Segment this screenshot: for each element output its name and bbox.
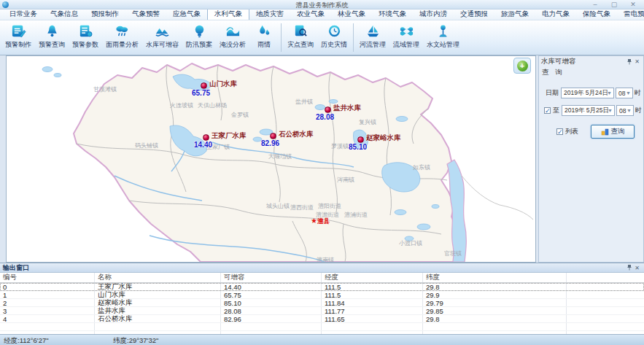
town-label: 金罗镇 <box>231 111 249 119</box>
status-longitude: 经度:112°6'27" <box>4 336 49 345</box>
toolbar-button-label: 预警查询 <box>39 40 65 50</box>
title-bar: 澧县业务制作系统 – ▢ ✕ <box>0 0 644 9</box>
pin-icon[interactable] <box>625 58 633 66</box>
tab-8[interactable]: 农业气象 <box>290 9 331 20</box>
table-row[interactable]: 4石公桥水库82.96111.6529.8 <box>0 315 644 323</box>
table-cell: 0 <box>0 283 95 290</box>
area-rain-icon <box>114 23 131 39</box>
tab-14[interactable]: 电力气象 <box>535 9 576 20</box>
reservoir-dot-icon <box>203 134 209 141</box>
tab-16[interactable]: 雷电预警 <box>617 9 644 20</box>
reservoir-dot-icon <box>325 106 331 113</box>
tab-7[interactable]: 地质灾害 <box>249 9 290 20</box>
toolbar-separator <box>281 23 282 52</box>
list-checkbox[interactable]: ✓ <box>556 128 563 135</box>
tab-1[interactable]: 日常业务 <box>3 9 44 20</box>
chevron-down-icon: ▼ <box>607 107 613 115</box>
table-cell: 29.8 <box>423 315 567 322</box>
reservoir-name: 赵家峪水库 <box>366 133 401 143</box>
toolbar-button-label: 预警参数 <box>72 40 98 50</box>
to-date-checkbox[interactable]: ✓ <box>544 107 551 114</box>
from-hour-select[interactable]: 08▼ <box>616 88 633 98</box>
town-label: 官垸镇 <box>444 249 462 257</box>
tab-10[interactable]: 环境气象 <box>372 9 413 20</box>
to-date-select[interactable]: 2019年 5月25日▼ <box>562 105 615 116</box>
table-cell <box>0 323 95 330</box>
tab-15[interactable]: 保险气象 <box>576 9 617 20</box>
town-label: 城头山镇 <box>266 202 290 210</box>
toolbar-button-flood-plan[interactable]: 防汛预案 <box>182 21 216 54</box>
column-header[interactable]: 可增容 <box>221 273 322 282</box>
table-cell: 111.77 <box>322 307 423 314</box>
map-view[interactable]: 甘溪滩镇火连坡镇天供山林场金罗镇盐井镇码头铺镇王家厂镇复兴镇梦溪镇大堰垱镇涔南镇… <box>6 55 536 263</box>
tab-13[interactable]: 旅游气象 <box>494 9 535 20</box>
table-row[interactable]: 2赵家峪水库85.10111.8429.79 <box>0 299 644 307</box>
column-header[interactable]: 经度 <box>322 273 423 282</box>
toolbar-button-disaster-history[interactable]: 历史灾情 <box>317 21 351 54</box>
column-header[interactable]: 纬度 <box>423 273 567 282</box>
town-label: 大堰垱镇 <box>268 152 292 160</box>
toolbar-button-label: 预警制作 <box>5 40 31 50</box>
table-row[interactable]: 1山门水库65.75111.529.9 <box>0 291 644 299</box>
window-title: 澧县业务制作系统 <box>0 1 644 10</box>
toolbar-button-label: 历史灾情 <box>321 40 347 50</box>
tab-5[interactable]: 应急气象 <box>166 9 207 20</box>
column-header[interactable]: 编号 <box>0 273 95 282</box>
disaster-history-icon <box>326 23 343 39</box>
disaster-query-icon <box>292 23 309 39</box>
reservoir-capacity-value: 28.08 <box>316 113 334 121</box>
toolbar-button-hydro-station[interactable]: 水文站管理 <box>423 21 463 54</box>
output-close-icon[interactable]: ✕ <box>633 264 641 272</box>
toolbar-button-area-rain[interactable]: 面雨量分析 <box>102 21 142 54</box>
toolbar-button-reservoir-capacity[interactable]: 水库可增容 <box>142 21 182 54</box>
query-button[interactable]: 查询 <box>591 125 635 139</box>
to-hour-select[interactable]: 08▼ <box>616 105 634 116</box>
status-latitude: 纬度:29°37'32" <box>113 336 158 345</box>
town-label: 小渡口镇 <box>399 239 422 247</box>
output-pin-icon[interactable] <box>625 264 633 272</box>
tab-3[interactable]: 预报制作 <box>85 9 125 20</box>
table-cell: 14.40 <box>221 283 322 290</box>
toolbar-button-warn-make[interactable]: 预警制作 <box>1 21 35 54</box>
table-empty-row <box>0 323 644 331</box>
table-cell: 82.96 <box>221 315 322 322</box>
reservoir-name: 山门水库 <box>209 80 237 89</box>
toolbar-button-warn-params[interactable]: 预警参数 <box>69 21 102 54</box>
flood-analysis-icon <box>225 23 241 39</box>
toolbar-button-river-manage[interactable]: 河流管理 <box>356 21 389 54</box>
town-label: 码头铺镇 <box>135 142 158 150</box>
hydro-station-icon <box>435 23 451 39</box>
tab-12[interactable]: 交通预报 <box>454 9 494 20</box>
table-row[interactable]: 3盐井水库28.08111.7729.85 <box>0 307 644 315</box>
toolbar-button-disaster-query[interactable]: 灾点查询 <box>284 21 317 54</box>
table-cell: 28.08 <box>221 307 322 314</box>
toolbar-button-flood-analysis[interactable]: 淹没分析 <box>216 21 249 54</box>
minimize-button[interactable]: – <box>590 0 600 9</box>
map-add-button[interactable]: + <box>513 58 531 74</box>
table-cell: 111.5 <box>322 291 423 298</box>
maximize-button[interactable]: ▢ <box>609 0 619 9</box>
table-cell: 29.85 <box>423 307 567 314</box>
column-header[interactable]: 名称 <box>95 273 221 282</box>
table-cell: 29.8 <box>423 283 567 290</box>
table-row[interactable]: 0王家厂水库14.40111.529.8 <box>0 283 644 291</box>
tab-2[interactable]: 气象信息 <box>44 9 85 20</box>
reservoir-name: 盐井水库 <box>333 104 361 113</box>
table-cell: 3 <box>0 307 95 314</box>
output-window: 输出窗口 ✕ 编号名称可增容经度纬度0王家厂水库14.40111.529.81山… <box>0 263 644 334</box>
toolbar-button-label: 面雨量分析 <box>106 40 139 50</box>
query-button-icon <box>601 128 609 136</box>
close-button[interactable]: ✕ <box>628 0 638 9</box>
tab-4[interactable]: 气象预警 <box>125 9 166 20</box>
table-cell: 王家厂水库 <box>95 283 221 290</box>
table-cell: 111.65 <box>322 315 423 322</box>
toolbar-button-basin-manage[interactable]: 流域管理 <box>389 21 423 54</box>
toolbar-button-rain-info[interactable]: 雨情 <box>249 21 279 54</box>
reservoir-name: 石公桥水库 <box>279 130 314 139</box>
toolbar-button-warn-query[interactable]: 预警查询 <box>35 21 69 54</box>
tab-9[interactable]: 林业气象 <box>331 9 372 20</box>
from-date-select[interactable]: 2019年 5月24日▼ <box>561 88 614 98</box>
table-cell: 111.84 <box>322 299 423 306</box>
panel-close-icon[interactable]: ✕ <box>633 58 641 66</box>
tab-11[interactable]: 城市内涝 <box>413 9 454 20</box>
